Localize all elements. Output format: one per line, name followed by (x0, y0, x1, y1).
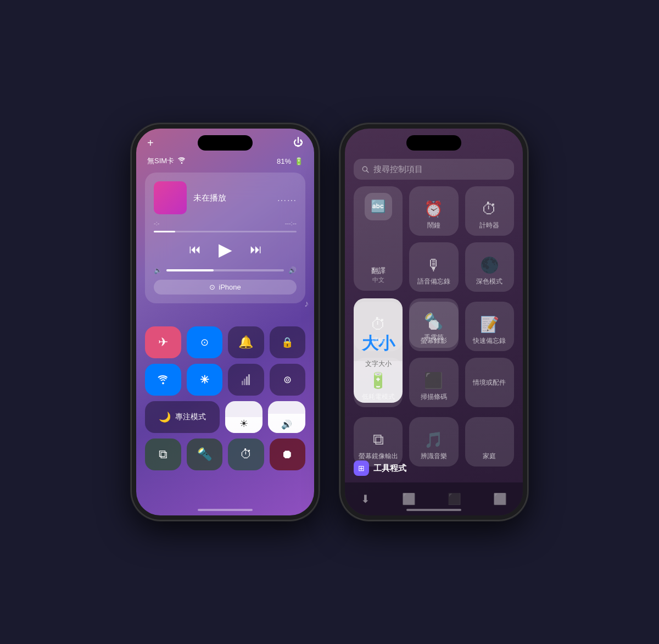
dark-mode-label: 深色模式 (476, 277, 502, 286)
screen-mirror-card[interactable]: ⧉ 螢幕鏡像輸出 (354, 417, 403, 467)
qr-scan-icon: ⬛ (424, 371, 443, 390)
wifi-tile[interactable] (145, 364, 181, 396)
record-tile[interactable]: ⏺ (270, 438, 306, 470)
sim-status: 無SIM卡 (147, 156, 174, 166)
screen-mirror-label: 螢幕鏡像輸出 (359, 452, 398, 461)
album-art (154, 181, 187, 214)
dynamic-island-left (198, 135, 253, 151)
airdrop-tile[interactable]: ⊙ (187, 326, 223, 358)
home-label: 家庭 (483, 452, 496, 461)
airplay-button[interactable]: ⊙ iPhone (154, 280, 297, 295)
alarm-card[interactable]: ⏰ 鬧鐘 (409, 186, 458, 236)
svg-line-1 (367, 171, 368, 173)
radio-icon: ⊚ (283, 374, 292, 386)
vol-high-icon: 🔊 (288, 267, 297, 274)
right-phone: 搜尋控制項目 🔤 翻譯 中文 ⏰ 鬧鐘 ⏱ 計時器 (340, 124, 527, 520)
music-note-decoration: ♪ (304, 299, 309, 309)
timer-icon: ⏱ (240, 447, 252, 462)
low-power-card[interactable]: 🔋 低耗電模式 (354, 358, 403, 407)
screen-record-label: 螢幕錄影 (421, 336, 447, 346)
brightness-tile[interactable]: ☀ (225, 401, 263, 433)
rotation-lock-tile[interactable]: 🔒 (270, 326, 306, 358)
volume-tile[interactable]: 🔊 (268, 401, 305, 433)
screen-record-card[interactable]: ⏺ 螢幕錄影 (409, 302, 458, 351)
extra-tile[interactable]: ⊚ (270, 364, 306, 396)
stopwatch-card[interactable]: ⏱ 碼錶 (354, 302, 403, 351)
music-widget[interactable]: 未在播放 …… -:- ---:-- ⏮ ▶ ⏭ 🔈 🔊 (145, 173, 305, 303)
bell-icon: 🔔 (238, 335, 253, 349)
voice-memo-icon: 🎙 (426, 256, 442, 274)
translator-sublabel: 中文 (371, 276, 386, 284)
tab-item-4[interactable]: ⬜ (493, 492, 507, 506)
scenes-card[interactable]: 情境或配件 (465, 358, 514, 407)
music-id-card[interactable]: 🎵 辨識音樂 (409, 417, 458, 467)
bluetooth-icon: ✳ (200, 373, 209, 386)
focus-tile[interactable]: 🌙 專注模式 (145, 401, 220, 433)
dark-mode-icon: 🌑 (480, 256, 499, 274)
qr-scan-card[interactable]: ⬛ 掃描條碼 (409, 358, 458, 407)
flashlight-icon: 🔦 (197, 447, 212, 462)
battery-icon: 🔋 (294, 157, 303, 165)
flashlight-tile[interactable]: 🔦 (187, 438, 223, 470)
status-bar: 無SIM卡 81% 🔋 (147, 156, 303, 166)
tab-item-3[interactable]: ⬛ (448, 492, 461, 506)
volume-slider[interactable] (166, 269, 284, 271)
screen-mirror-tile[interactable]: ⧉ (145, 438, 181, 470)
translator-icon: 🔤 (365, 193, 392, 220)
low-power-label: 低耗電模式 (362, 392, 395, 402)
screen-mirror-icon-right: ⧉ (373, 431, 384, 449)
stopwatch-icon: ⏱ (371, 315, 386, 334)
timer-label: 計時器 (479, 221, 499, 230)
alarm-icon: ⏰ (424, 200, 443, 218)
screen-mirror-icon: ⧉ (159, 447, 167, 462)
tools-icon-box: ⊞ (354, 460, 369, 476)
home-card[interactable]: 家庭 (465, 417, 514, 467)
tools-header: ⊞ 工具程式 (354, 460, 514, 476)
rewind-button[interactable]: ⏮ (189, 242, 201, 257)
tools-icon-symbol: ⊞ (358, 464, 365, 473)
airplane-tile[interactable]: ✈ (145, 326, 181, 358)
music-id-icon: 🎵 (424, 431, 443, 449)
left-phone: + ⏻ 無SIM卡 81% 🔋 未在播放 (132, 124, 319, 520)
timer-card[interactable]: ⏱ 計時器 (465, 186, 514, 236)
home-indicator-left (198, 509, 253, 511)
alarm-label: 鬧鐘 (427, 221, 440, 230)
translator-card[interactable]: 🔤 翻譯 中文 (354, 186, 403, 291)
wifi-icon-ctrl (157, 375, 169, 385)
tools-label: 工具程式 (373, 463, 406, 474)
forward-button[interactable]: ⏭ (250, 242, 262, 257)
scenes-label: 情境或配件 (473, 378, 506, 387)
timer-tile[interactable]: ⏱ (228, 438, 264, 470)
controls-grid-3: ⧉ 螢幕鏡像輸出 🎵 辨識音樂 家庭 (354, 417, 514, 467)
music-id-label: 辨識音樂 (421, 452, 447, 461)
record-icon: ⏺ (281, 447, 293, 462)
play-button[interactable]: ▶ (219, 239, 232, 260)
time-start: -:- (154, 220, 159, 226)
dark-mode-card[interactable]: 🌑 深色模式 (465, 242, 514, 292)
cellular-tile[interactable] (228, 364, 264, 396)
tab-item-1[interactable]: ⬇ (361, 492, 370, 506)
add-button[interactable]: + (147, 137, 154, 149)
airplay-icon: ⊙ (209, 283, 215, 291)
wifi-icon (177, 157, 186, 165)
qr-scan-label: 掃描條碼 (421, 392, 447, 402)
bluetooth-tile[interactable]: ✳ (187, 364, 223, 396)
focus-label: 專注模式 (175, 412, 206, 422)
translator-label: 翻譯 (371, 266, 386, 276)
power-button[interactable]: ⏻ (293, 137, 303, 149)
music-more[interactable]: …… (277, 192, 297, 204)
quick-memo-card[interactable]: 📝 快速備忘錄 (465, 302, 514, 351)
brightness-icon: ☀ (239, 418, 248, 430)
bell-tile[interactable]: 🔔 (228, 326, 264, 358)
voice-memo-card[interactable]: 🎙 語音備忘錄 (409, 242, 458, 292)
tab-item-2[interactable]: ⬜ (402, 492, 416, 506)
right-screen: 搜尋控制項目 🔤 翻譯 中文 ⏰ 鬧鐘 ⏱ 計時器 (345, 129, 523, 515)
battery-level: 81% (277, 157, 291, 165)
airplay-label: iPhone (219, 283, 241, 291)
low-power-icon: 🔋 (368, 371, 388, 390)
screen-record-icon: ⏺ (426, 315, 442, 334)
left-screen: + ⏻ 無SIM卡 81% 🔋 未在播放 (136, 129, 314, 515)
search-bar[interactable]: 搜尋控制項目 (354, 159, 514, 180)
voice-memo-label: 語音備忘錄 (417, 277, 450, 286)
quick-memo-icon: 📝 (480, 315, 499, 334)
